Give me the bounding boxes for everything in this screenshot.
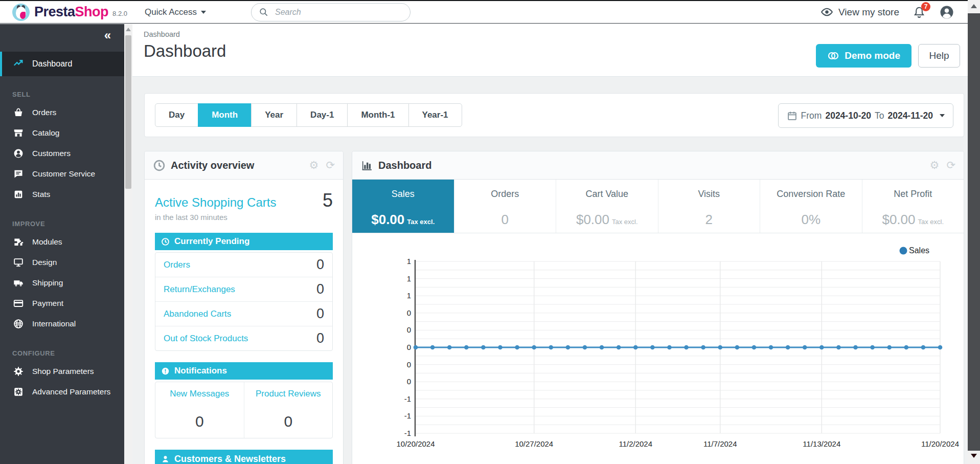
data-point[interactable] <box>938 345 943 350</box>
range-button-month-1[interactable]: Month-1 <box>347 103 408 127</box>
user-avatar[interactable] <box>939 5 954 20</box>
data-point[interactable] <box>718 345 722 350</box>
data-point[interactable] <box>617 345 621 350</box>
range-button-year[interactable]: Year <box>251 103 297 127</box>
kpi-tab-cart-value[interactable]: Cart Value$0.00Tax excl. <box>556 180 658 233</box>
data-point[interactable] <box>515 345 519 350</box>
prestashop-logo[interactable]: PrestaShop 8.2.0 <box>0 4 124 21</box>
sidebar-collapse-button[interactable]: « <box>104 29 111 41</box>
active-shopping-carts-link[interactable]: Active Shopping Carts <box>155 195 276 210</box>
data-point[interactable] <box>819 345 824 350</box>
data-point[interactable] <box>853 345 858 350</box>
new-messages-link[interactable]: New Messages <box>170 389 229 399</box>
legend-dot-icon <box>900 247 907 255</box>
search-input[interactable] <box>274 7 403 17</box>
date-range-picker[interactable]: From 2024-10-20 To 2024-11-20 <box>778 103 953 128</box>
data-point[interactable] <box>904 345 909 350</box>
data-point[interactable] <box>803 345 807 350</box>
sales-chart-area: 11100000-1-1-110/20/202410/27/202411/2/2… <box>352 233 964 464</box>
data-point[interactable] <box>566 345 571 350</box>
refresh-icon[interactable]: ⟳ <box>946 160 955 171</box>
sidebar-item-shipping[interactable]: Shipping <box>0 273 124 293</box>
data-point[interactable] <box>583 345 587 350</box>
sidebar-item-customers[interactable]: Customers <box>0 143 124 164</box>
data-point[interactable] <box>650 345 655 350</box>
range-button-month[interactable]: Month <box>198 103 252 127</box>
content-scrollbar[interactable] <box>124 24 132 464</box>
data-point[interactable] <box>752 345 757 350</box>
clock-icon <box>153 159 166 172</box>
data-point[interactable] <box>667 345 672 350</box>
international-icon <box>13 318 24 329</box>
gear-icon[interactable]: ⚙ <box>930 160 940 171</box>
data-point[interactable] <box>735 345 740 350</box>
data-point[interactable] <box>701 345 705 350</box>
search-box[interactable] <box>251 3 411 21</box>
page-body: DayMonthYearDay-1Month-1Year-1 From 2024… <box>132 77 968 464</box>
scroll-up-arrow-icon[interactable] <box>971 4 977 8</box>
data-point[interactable] <box>836 345 841 350</box>
brand-name: PrestaShop <box>34 4 108 20</box>
sidebar-item-customer-service[interactable]: Customer Service <box>0 164 124 184</box>
sidebar-item-dashboard[interactable]: Dashboard <box>0 52 124 76</box>
data-point[interactable] <box>684 345 689 350</box>
data-point[interactable] <box>414 345 418 350</box>
data-point[interactable] <box>786 345 790 350</box>
return-exchanges-link[interactable]: Return/Exchanges <box>164 284 235 295</box>
kpi-tab-conversion-rate[interactable]: Conversion Rate0% <box>760 180 862 233</box>
window-scrollbar[interactable] <box>968 0 980 464</box>
kpi-tab-net-profit[interactable]: Net Profit$0.00Tax excl. <box>862 180 964 233</box>
data-point[interactable] <box>447 345 452 350</box>
abandoned-carts-link[interactable]: Abandoned Carts <box>164 309 231 319</box>
data-point[interactable] <box>498 345 503 350</box>
kpi-tab-orders[interactable]: Orders0 <box>454 180 557 233</box>
sidebar-item-international[interactable]: International <box>0 314 124 334</box>
view-my-store-link[interactable]: View my store <box>821 6 899 18</box>
search-icon <box>259 7 269 17</box>
data-point[interactable] <box>769 345 773 350</box>
demo-mode-button[interactable]: Demo mode <box>816 44 911 68</box>
product-reviews-link[interactable]: Product Reviews <box>256 389 321 399</box>
catalog-icon <box>13 127 24 139</box>
sidebar-item-payment[interactable]: Payment <box>0 293 124 314</box>
window-scrollbar-thumb[interactable] <box>968 13 980 451</box>
sidebar-item-catalog[interactable]: Catalog <box>0 123 124 143</box>
data-point[interactable] <box>633 345 638 350</box>
kpi-tab-visits[interactable]: Visits2 <box>658 180 761 233</box>
scroll-down-arrow-icon[interactable] <box>971 454 977 458</box>
shipping-icon <box>13 277 24 289</box>
out-of-stock-products-link[interactable]: Out of Stock Products <box>164 334 248 344</box>
scroll-up-arrow-icon[interactable] <box>126 28 131 31</box>
data-point[interactable] <box>464 345 469 350</box>
range-button-day-1[interactable]: Day-1 <box>297 103 348 127</box>
data-point[interactable] <box>870 345 875 350</box>
data-point[interactable] <box>600 345 604 350</box>
range-button-year-1[interactable]: Year-1 <box>408 103 462 127</box>
refresh-icon[interactable]: ⟳ <box>326 160 335 171</box>
bar-chart-icon <box>360 159 373 172</box>
sidebar-item-stats[interactable]: Stats <box>0 184 124 205</box>
sidebar-item-design[interactable]: Design <box>0 252 124 273</box>
return-exchanges-count: 0 <box>316 281 324 297</box>
sidebar-item-orders[interactable]: Orders <box>0 102 124 123</box>
help-button[interactable]: Help <box>918 44 960 68</box>
quick-access-dropdown[interactable]: Quick Access <box>145 7 206 17</box>
range-button-day[interactable]: Day <box>155 103 198 127</box>
sidebar-item-modules[interactable]: Modules <box>0 232 124 252</box>
x-tick-label: 11/7/2024 <box>703 439 737 448</box>
orders-link[interactable]: Orders <box>164 260 190 270</box>
activity-overview-panel: Activity overview ⚙ ⟳ Active Shopping Ca… <box>144 151 344 464</box>
data-point[interactable] <box>549 345 553 350</box>
data-point[interactable] <box>481 345 486 350</box>
data-point[interactable] <box>430 345 435 350</box>
notifications-button[interactable]: 7 <box>913 6 926 19</box>
sidebar-item-shop-parameters[interactable]: Shop Parameters <box>0 361 124 382</box>
data-point[interactable] <box>887 345 892 350</box>
data-point[interactable] <box>921 345 926 350</box>
gear-icon[interactable]: ⚙ <box>309 160 319 171</box>
kpi-tab-sales[interactable]: Sales$0.00Tax excl. <box>352 180 454 233</box>
data-point[interactable] <box>532 345 536 350</box>
notifications-columns: New Messages0Product Reviews0 <box>155 382 333 438</box>
sidebar-item-advanced-parameters[interactable]: Advanced Parameters <box>0 382 124 402</box>
scrollbar-thumb[interactable] <box>125 35 131 189</box>
